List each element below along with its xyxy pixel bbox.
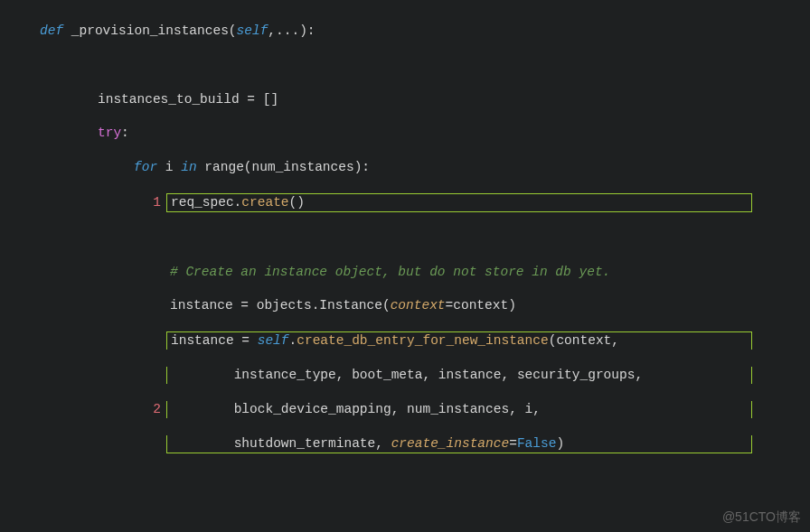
code-line: instance_type, boot_meta, instance, secu… <box>0 367 810 384</box>
code-line: shutdown_terminate, create_instance=Fals… <box>0 435 810 453</box>
code-block: def _provision_instances(self,...): inst… <box>0 0 810 532</box>
code-line: instances_to_build = [] <box>0 91 810 108</box>
args: instance_type, boot_meta, instance, secu… <box>234 368 643 382</box>
annotation-2: 2 <box>148 401 161 418</box>
blank-line <box>0 504 810 521</box>
code-line: 1req_spec.create() <box>0 193 810 212</box>
highlight-box-2-mid: block_device_mapping, num_instances, i, <box>166 401 752 418</box>
code-line: for i in range(num_instances): <box>0 159 810 176</box>
expr: instance = objects.Instance( <box>170 298 391 313</box>
fn-name: _provision_instances <box>71 23 229 38</box>
code-line: try: <box>0 125 810 142</box>
comment: # Create an instance object, but do not … <box>170 265 610 279</box>
call: range(num_instances): <box>197 160 370 174</box>
kwarg: create_instance <box>391 436 510 451</box>
tail: =context) <box>446 298 516 313</box>
args: shutdown_terminate, <box>234 436 391 451</box>
kw-def: def <box>40 23 63 38</box>
expr: instance = <box>171 333 258 348</box>
expr: req_spec. <box>171 195 241 210</box>
paren: ) <box>556 436 564 451</box>
highlight-box-2-top: instance = self.create_db_entry_for_new_… <box>166 331 752 350</box>
var: i <box>157 160 181 174</box>
code-line: instance = objects.Instance(context=cont… <box>0 297 810 314</box>
annotation-1: 1 <box>148 194 161 211</box>
highlight-box-2-mid: instance_type, boot_meta, instance, secu… <box>166 367 752 384</box>
blank-line <box>0 229 810 247</box>
kw-try: try <box>98 126 121 140</box>
stmt: instances_to_build = [] <box>98 92 278 107</box>
tail: () <box>289 195 305 210</box>
args: block_device_mapping, num_instances, i, <box>234 402 541 416</box>
annotation-spacer <box>148 435 161 453</box>
highlight-box-2-bot: shutdown_terminate, create_instance=Fals… <box>166 435 752 453</box>
blank-line <box>0 57 810 74</box>
kw-self: self <box>237 23 268 38</box>
code-line: # Create an instance object, but do not … <box>0 264 810 281</box>
kw-self: self <box>258 333 289 348</box>
method: create_db_entry_for_new_instance <box>297 333 548 348</box>
code-line: 2 block_device_mapping, num_instances, i… <box>0 401 810 418</box>
colon: : <box>121 126 129 140</box>
kw-in: in <box>181 160 196 174</box>
const-false: False <box>517 436 557 451</box>
annotation-spacer <box>148 367 161 384</box>
kw-for: for <box>134 160 157 174</box>
method: create <box>241 195 288 210</box>
kwarg: context <box>391 298 446 313</box>
tail: ,...): <box>268 23 315 38</box>
eq: = <box>509 436 517 451</box>
code-line: def _provision_instances(self,...): <box>0 23 810 40</box>
annotation-spacer <box>148 332 161 350</box>
highlight-box-1: req_spec.create() <box>166 193 752 212</box>
tail: (context, <box>549 333 619 348</box>
code-line: instance = self.create_db_entry_for_new_… <box>0 331 810 350</box>
blank-line <box>0 470 810 487</box>
dot: . <box>289 333 297 348</box>
watermark: @51CTO博客 <box>722 509 801 525</box>
